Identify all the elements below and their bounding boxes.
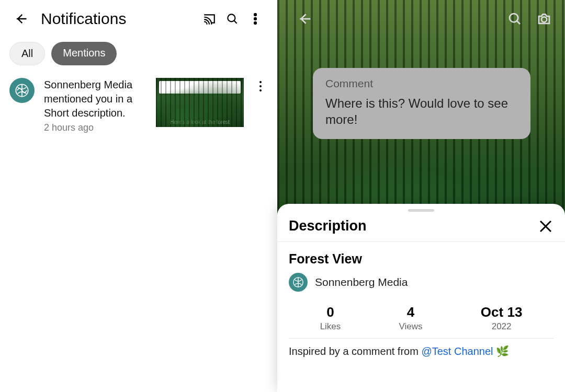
short-top-bar (277, 0, 565, 38)
views-label: Views (399, 321, 423, 332)
svg-point-7 (259, 89, 262, 91)
short-player-pane: Comment Where is this? Would love to see… (277, 0, 565, 392)
search-icon[interactable] (503, 7, 526, 30)
stat-views: 4 Views (399, 304, 423, 332)
row-more-icon[interactable] (253, 78, 268, 93)
channel-avatar-icon (289, 273, 308, 292)
description-caption: Inspired by a comment from @Test Channel… (277, 339, 565, 358)
thumbnail-overlay-bar (159, 81, 241, 94)
channel-row[interactable]: Sonnenberg Media (277, 273, 565, 299)
page-title: Notifications (41, 10, 198, 28)
leaf-icon: 🌿 (496, 345, 509, 357)
search-icon[interactable] (221, 7, 244, 30)
svg-point-6 (259, 85, 262, 87)
comment-bubble[interactable]: Comment Where is this? Would love to see… (313, 68, 530, 139)
date-label: 2022 (481, 321, 523, 332)
date-value: Oct 13 (481, 304, 523, 320)
cast-icon[interactable] (198, 7, 221, 30)
stat-likes: 0 Likes (320, 304, 341, 332)
filter-tabs: All Mentions (0, 33, 277, 71)
notification-text: Sonnenberg Media mentioned you in a Shor… (44, 78, 146, 133)
camera-icon[interactable] (533, 7, 556, 30)
left-header: Notifications (0, 4, 277, 33)
svg-point-1 (254, 14, 256, 16)
notification-line3: Short description. (44, 106, 146, 120)
comment-label: Comment (325, 77, 518, 90)
notification-thumbnail[interactable]: Here's a look at the forest (156, 78, 244, 127)
notification-row[interactable]: Sonnenberg Media mentioned you in a Shor… (0, 71, 277, 141)
close-icon[interactable] (538, 218, 553, 234)
back-icon[interactable] (293, 7, 316, 30)
tab-all[interactable]: All (9, 42, 45, 65)
more-icon[interactable] (244, 7, 267, 30)
svg-point-9 (541, 17, 547, 22)
notification-line1: Sonnenberg Media (44, 78, 146, 92)
notification-time: 2 hours ago (44, 122, 146, 133)
thumbnail-caption: Here's a look at the forest (170, 119, 230, 125)
comment-body: Where is this? Would love to see more! (325, 95, 518, 128)
svg-point-3 (254, 22, 256, 24)
caption-mention[interactable]: @Test Channel (421, 345, 493, 357)
video-title: Forest View (277, 242, 565, 273)
sheet-header: Description (277, 215, 565, 241)
sheet-grabber[interactable] (408, 209, 434, 212)
notification-line2: mentioned you in a (44, 92, 146, 106)
sheet-title: Description (289, 218, 538, 234)
likes-label: Likes (320, 321, 341, 332)
stats-row: 0 Likes 4 Views Oct 13 2022 (277, 299, 565, 338)
channel-name: Sonnenberg Media (315, 276, 408, 289)
stat-date: Oct 13 2022 (481, 304, 523, 332)
caption-prefix: Inspired by a comment from (289, 345, 421, 357)
description-sheet: Description Forest View Sonnenberg Media… (277, 204, 565, 392)
notifications-pane: Notifications All Mentions Sonnenberg Me… (0, 0, 277, 392)
svg-point-5 (259, 81, 262, 83)
tab-mentions[interactable]: Mentions (51, 42, 117, 65)
back-button[interactable] (10, 8, 31, 29)
likes-value: 0 (320, 304, 341, 320)
views-value: 4 (399, 304, 423, 320)
svg-point-2 (254, 18, 256, 20)
channel-avatar-icon (9, 78, 35, 103)
